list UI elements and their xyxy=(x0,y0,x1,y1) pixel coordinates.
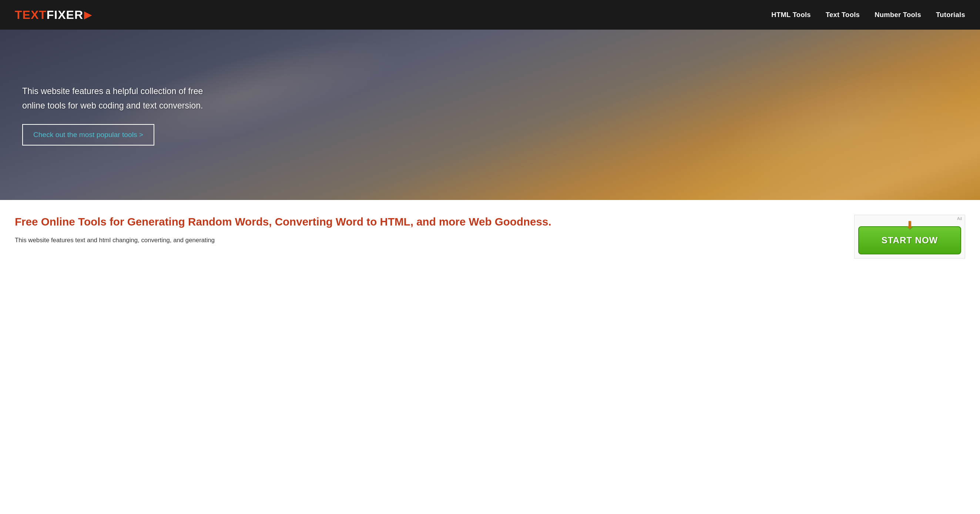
hero-description: This website features a helpful collecti… xyxy=(22,84,222,113)
nav-link-number-tools[interactable]: Number Tools xyxy=(875,11,921,19)
nav-link-html-tools[interactable]: HTML Tools xyxy=(771,11,811,19)
main-heading: Free Online Tools for Generating Random … xyxy=(15,215,839,229)
hero-content: This website features a helpful collecti… xyxy=(0,84,222,146)
logo-link[interactable]: TEXT FIXER ▶ xyxy=(15,8,92,22)
nav-item-tutorials[interactable]: Tutorials xyxy=(936,11,965,19)
ad-arrow-icon: ⬇ xyxy=(905,219,914,231)
nav-item-text-tools[interactable]: Text Tools xyxy=(826,11,860,19)
nav-links: HTML Tools Text Tools Number Tools Tutor… xyxy=(771,11,965,19)
ad-block: Ad ⬇ START NOW xyxy=(854,215,965,259)
ad-start-now-text: START NOW xyxy=(881,235,938,245)
content-section: Free Online Tools for Generating Random … xyxy=(0,200,980,259)
logo-fixer: FIXER xyxy=(47,8,83,22)
navbar: TEXT FIXER ▶ HTML Tools Text Tools Numbe… xyxy=(0,0,980,30)
main-content: Free Online Tools for Generating Random … xyxy=(15,215,839,246)
nav-link-text-tools[interactable]: Text Tools xyxy=(826,11,860,19)
nav-item-html-tools[interactable]: HTML Tools xyxy=(771,11,811,19)
hero-cta-button[interactable]: Check out the most popular tools > xyxy=(22,124,154,145)
ad-label: Ad xyxy=(957,217,962,221)
ad-start-now-button[interactable]: ⬇ START NOW xyxy=(858,226,961,254)
logo-text: TEXT xyxy=(15,8,47,22)
nav-link-tutorials[interactable]: Tutorials xyxy=(936,11,965,19)
nav-item-number-tools[interactable]: Number Tools xyxy=(875,11,921,19)
hero-section: This website features a helpful collecti… xyxy=(0,30,980,200)
main-description: This website features text and html chan… xyxy=(15,236,839,246)
logo-arrow-icon: ▶ xyxy=(84,9,92,20)
